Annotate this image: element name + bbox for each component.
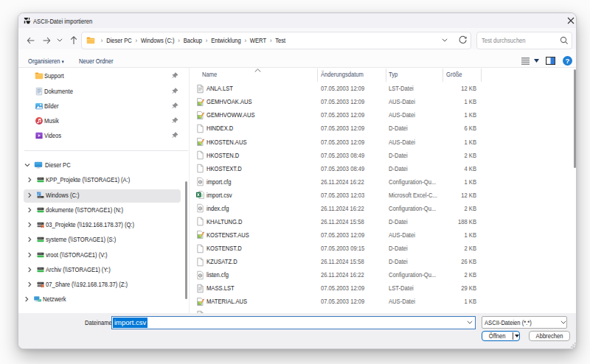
svg-text:?: ? <box>566 57 570 65</box>
